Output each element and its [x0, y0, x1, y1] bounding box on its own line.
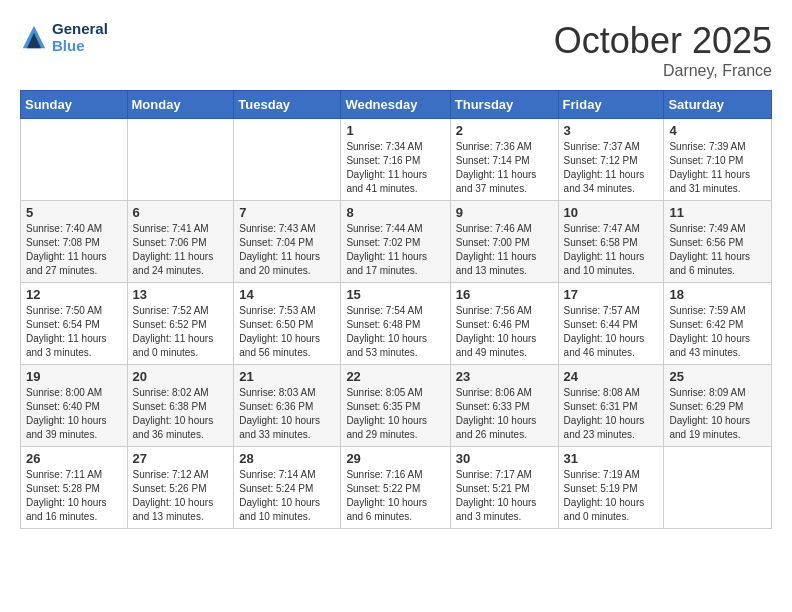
calendar-cell: 3Sunrise: 7:37 AM Sunset: 7:12 PM Daylig… — [558, 119, 664, 201]
cell-info: Sunrise: 7:52 AM Sunset: 6:52 PM Dayligh… — [133, 304, 229, 360]
week-row-3: 19Sunrise: 8:00 AM Sunset: 6:40 PM Dayli… — [21, 365, 772, 447]
day-number: 7 — [239, 205, 335, 220]
calendar-cell: 19Sunrise: 8:00 AM Sunset: 6:40 PM Dayli… — [21, 365, 128, 447]
cell-info: Sunrise: 7:47 AM Sunset: 6:58 PM Dayligh… — [564, 222, 659, 278]
calendar-cell — [664, 447, 772, 529]
cell-info: Sunrise: 7:56 AM Sunset: 6:46 PM Dayligh… — [456, 304, 553, 360]
day-number: 25 — [669, 369, 766, 384]
day-number: 21 — [239, 369, 335, 384]
header-wednesday: Wednesday — [341, 91, 450, 119]
day-number: 30 — [456, 451, 553, 466]
header-monday: Monday — [127, 91, 234, 119]
calendar-cell: 1Sunrise: 7:34 AM Sunset: 7:16 PM Daylig… — [341, 119, 450, 201]
calendar-cell: 31Sunrise: 7:19 AM Sunset: 5:19 PM Dayli… — [558, 447, 664, 529]
cell-info: Sunrise: 8:06 AM Sunset: 6:33 PM Dayligh… — [456, 386, 553, 442]
calendar-cell — [127, 119, 234, 201]
day-number: 20 — [133, 369, 229, 384]
calendar-body: 1Sunrise: 7:34 AM Sunset: 7:16 PM Daylig… — [21, 119, 772, 529]
day-number: 17 — [564, 287, 659, 302]
calendar-cell: 14Sunrise: 7:53 AM Sunset: 6:50 PM Dayli… — [234, 283, 341, 365]
day-number: 5 — [26, 205, 122, 220]
calendar-cell: 16Sunrise: 7:56 AM Sunset: 6:46 PM Dayli… — [450, 283, 558, 365]
cell-info: Sunrise: 7:57 AM Sunset: 6:44 PM Dayligh… — [564, 304, 659, 360]
header-row: Sunday Monday Tuesday Wednesday Thursday… — [21, 91, 772, 119]
calendar-cell: 6Sunrise: 7:41 AM Sunset: 7:06 PM Daylig… — [127, 201, 234, 283]
calendar-cell: 20Sunrise: 8:02 AM Sunset: 6:38 PM Dayli… — [127, 365, 234, 447]
day-number: 15 — [346, 287, 444, 302]
cell-info: Sunrise: 7:34 AM Sunset: 7:16 PM Dayligh… — [346, 140, 444, 196]
calendar-cell: 15Sunrise: 7:54 AM Sunset: 6:48 PM Dayli… — [341, 283, 450, 365]
calendar-cell: 29Sunrise: 7:16 AM Sunset: 5:22 PM Dayli… — [341, 447, 450, 529]
day-number: 26 — [26, 451, 122, 466]
location-title: Darney, France — [554, 62, 772, 80]
cell-info: Sunrise: 7:49 AM Sunset: 6:56 PM Dayligh… — [669, 222, 766, 278]
calendar-cell: 18Sunrise: 7:59 AM Sunset: 6:42 PM Dayli… — [664, 283, 772, 365]
calendar-cell: 9Sunrise: 7:46 AM Sunset: 7:00 PM Daylig… — [450, 201, 558, 283]
cell-info: Sunrise: 7:12 AM Sunset: 5:26 PM Dayligh… — [133, 468, 229, 524]
cell-info: Sunrise: 7:39 AM Sunset: 7:10 PM Dayligh… — [669, 140, 766, 196]
calendar-cell: 23Sunrise: 8:06 AM Sunset: 6:33 PM Dayli… — [450, 365, 558, 447]
cell-info: Sunrise: 7:53 AM Sunset: 6:50 PM Dayligh… — [239, 304, 335, 360]
cell-info: Sunrise: 8:02 AM Sunset: 6:38 PM Dayligh… — [133, 386, 229, 442]
week-row-0: 1Sunrise: 7:34 AM Sunset: 7:16 PM Daylig… — [21, 119, 772, 201]
calendar-cell — [234, 119, 341, 201]
day-number: 31 — [564, 451, 659, 466]
month-title: October 2025 — [554, 20, 772, 62]
day-number: 1 — [346, 123, 444, 138]
cell-info: Sunrise: 7:11 AM Sunset: 5:28 PM Dayligh… — [26, 468, 122, 524]
cell-info: Sunrise: 7:17 AM Sunset: 5:21 PM Dayligh… — [456, 468, 553, 524]
day-number: 29 — [346, 451, 444, 466]
cell-info: Sunrise: 7:44 AM Sunset: 7:02 PM Dayligh… — [346, 222, 444, 278]
cell-info: Sunrise: 8:09 AM Sunset: 6:29 PM Dayligh… — [669, 386, 766, 442]
calendar-cell: 30Sunrise: 7:17 AM Sunset: 5:21 PM Dayli… — [450, 447, 558, 529]
cell-info: Sunrise: 7:40 AM Sunset: 7:08 PM Dayligh… — [26, 222, 122, 278]
calendar-cell — [21, 119, 128, 201]
day-number: 14 — [239, 287, 335, 302]
cell-info: Sunrise: 7:43 AM Sunset: 7:04 PM Dayligh… — [239, 222, 335, 278]
calendar-cell: 24Sunrise: 8:08 AM Sunset: 6:31 PM Dayli… — [558, 365, 664, 447]
cell-info: Sunrise: 7:16 AM Sunset: 5:22 PM Dayligh… — [346, 468, 444, 524]
calendar-cell: 12Sunrise: 7:50 AM Sunset: 6:54 PM Dayli… — [21, 283, 128, 365]
calendar-cell: 8Sunrise: 7:44 AM Sunset: 7:02 PM Daylig… — [341, 201, 450, 283]
header-saturday: Saturday — [664, 91, 772, 119]
day-number: 4 — [669, 123, 766, 138]
week-row-2: 12Sunrise: 7:50 AM Sunset: 6:54 PM Dayli… — [21, 283, 772, 365]
cell-info: Sunrise: 7:46 AM Sunset: 7:00 PM Dayligh… — [456, 222, 553, 278]
header-tuesday: Tuesday — [234, 91, 341, 119]
calendar-cell: 4Sunrise: 7:39 AM Sunset: 7:10 PM Daylig… — [664, 119, 772, 201]
header-thursday: Thursday — [450, 91, 558, 119]
title-area: October 2025 Darney, France — [554, 20, 772, 80]
cell-info: Sunrise: 8:08 AM Sunset: 6:31 PM Dayligh… — [564, 386, 659, 442]
cell-info: Sunrise: 8:05 AM Sunset: 6:35 PM Dayligh… — [346, 386, 444, 442]
logo-line1: General — [52, 20, 108, 37]
day-number: 11 — [669, 205, 766, 220]
calendar-cell: 21Sunrise: 8:03 AM Sunset: 6:36 PM Dayli… — [234, 365, 341, 447]
day-number: 13 — [133, 287, 229, 302]
cell-info: Sunrise: 7:37 AM Sunset: 7:12 PM Dayligh… — [564, 140, 659, 196]
cell-info: Sunrise: 8:03 AM Sunset: 6:36 PM Dayligh… — [239, 386, 335, 442]
calendar-cell: 5Sunrise: 7:40 AM Sunset: 7:08 PM Daylig… — [21, 201, 128, 283]
calendar-cell: 7Sunrise: 7:43 AM Sunset: 7:04 PM Daylig… — [234, 201, 341, 283]
calendar-cell: 2Sunrise: 7:36 AM Sunset: 7:14 PM Daylig… — [450, 119, 558, 201]
calendar-cell: 27Sunrise: 7:12 AM Sunset: 5:26 PM Dayli… — [127, 447, 234, 529]
day-number: 10 — [564, 205, 659, 220]
header: General Blue October 2025 Darney, France — [20, 20, 772, 80]
day-number: 12 — [26, 287, 122, 302]
week-row-1: 5Sunrise: 7:40 AM Sunset: 7:08 PM Daylig… — [21, 201, 772, 283]
calendar-cell: 26Sunrise: 7:11 AM Sunset: 5:28 PM Dayli… — [21, 447, 128, 529]
header-sunday: Sunday — [21, 91, 128, 119]
calendar-cell: 10Sunrise: 7:47 AM Sunset: 6:58 PM Dayli… — [558, 201, 664, 283]
day-number: 27 — [133, 451, 229, 466]
cell-info: Sunrise: 7:14 AM Sunset: 5:24 PM Dayligh… — [239, 468, 335, 524]
day-number: 3 — [564, 123, 659, 138]
day-number: 16 — [456, 287, 553, 302]
week-row-4: 26Sunrise: 7:11 AM Sunset: 5:28 PM Dayli… — [21, 447, 772, 529]
day-number: 24 — [564, 369, 659, 384]
day-number: 18 — [669, 287, 766, 302]
day-number: 23 — [456, 369, 553, 384]
cell-info: Sunrise: 7:19 AM Sunset: 5:19 PM Dayligh… — [564, 468, 659, 524]
logo: General Blue — [20, 20, 108, 54]
cell-info: Sunrise: 7:50 AM Sunset: 6:54 PM Dayligh… — [26, 304, 122, 360]
calendar-cell: 13Sunrise: 7:52 AM Sunset: 6:52 PM Dayli… — [127, 283, 234, 365]
calendar-table: Sunday Monday Tuesday Wednesday Thursday… — [20, 90, 772, 529]
